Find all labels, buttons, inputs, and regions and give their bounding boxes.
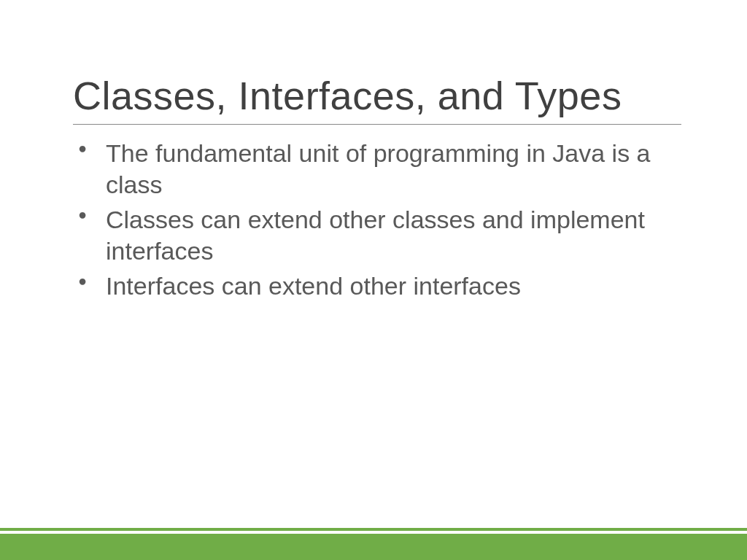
list-item: The fundamental unit of programming in J…: [106, 138, 681, 200]
slide-title: Classes, Interfaces, and Types: [73, 73, 681, 125]
list-item: Interfaces can extend other interfaces: [106, 271, 681, 302]
bullet-list: The fundamental unit of programming in J…: [73, 138, 681, 302]
slide-container: Classes, Interfaces, and Types The funda…: [0, 0, 747, 560]
footer-accent-bar: [0, 531, 747, 560]
list-item: Classes can extend other classes and imp…: [106, 204, 681, 266]
